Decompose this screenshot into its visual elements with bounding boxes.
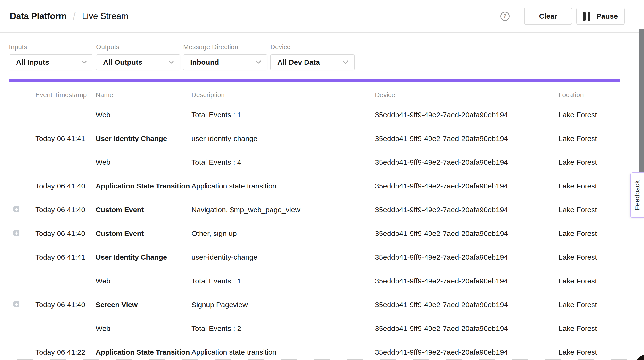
outputs-select-value: All Outputs [103, 58, 142, 66]
table-row[interactable]: Web Total Events : 1 35eddb41-9ff9-49e2-… [0, 103, 644, 127]
table-row[interactable]: Today 06:41:40 Screen View Signup Pagevi… [0, 293, 644, 317]
cell-expand [0, 135, 36, 143]
pause-icon [583, 12, 590, 21]
cell-name: Screen View [96, 301, 192, 309]
chevron-down-icon [342, 58, 348, 64]
cell-location: Lake Forest [558, 135, 644, 143]
table-row[interactable]: Web Total Events : 1 35eddb41-9ff9-49e2-… [0, 269, 644, 293]
cell-name: User Identity Change [96, 135, 192, 143]
top-bar: Data Platform / Live Stream ? Clear Paus… [0, 0, 644, 33]
cell-description: Total Events : 1 [192, 277, 375, 285]
cell-location: Lake Forest [558, 229, 644, 238]
event-table-header: Event Timestamp Name Description Device … [0, 87, 644, 103]
cell-expand [0, 277, 36, 285]
cell-device: 35eddb41-9ff9-49e2-7aed-20afa90eb194 [375, 277, 558, 285]
help-icon[interactable]: ? [500, 12, 510, 21]
table-row[interactable]: Today 06:41:40 Custom Event Other, sign … [0, 222, 644, 245]
cell-name: Custom Event [96, 229, 192, 238]
cell-name: Custom Event [96, 206, 192, 214]
cell-description: Navigation, $mp_web_page_view [192, 206, 375, 214]
feedback-tab[interactable]: Feedback [630, 173, 644, 218]
cell-device: 35eddb41-9ff9-49e2-7aed-20afa90eb194 [375, 135, 558, 143]
batch-separator-line [6, 359, 644, 360]
message-direction-select[interactable]: Inbound [183, 54, 268, 70]
cell-location: Lake Forest [558, 348, 644, 356]
cell-location: Lake Forest [558, 324, 644, 333]
table-row[interactable]: Today 06:41:40 Custom Event Navigation, … [0, 198, 644, 222]
cell-location: Lake Forest [558, 158, 644, 167]
cell-name: Application State Transition [96, 182, 192, 190]
cell-timestamp: Today 06:41:41 [36, 253, 96, 261]
feedback-tab-label: Feedback [634, 180, 641, 210]
device-select[interactable]: All Dev Data [270, 54, 354, 70]
cell-name: Web [96, 158, 192, 167]
cell-expand [0, 229, 36, 238]
cell-description: Total Events : 1 [192, 111, 375, 119]
chevron-down-icon [81, 58, 87, 64]
filter-device: Device All Dev Data [270, 43, 354, 70]
pause-button-label: Pause [596, 12, 618, 20]
cell-description: Total Events : 4 [192, 158, 375, 167]
top-actions: ? Clear Pause [500, 7, 624, 25]
outputs-select[interactable]: All Outputs [96, 54, 180, 70]
cell-expand [0, 324, 36, 333]
device-select-value: All Dev Data [277, 58, 320, 66]
cell-device: 35eddb41-9ff9-49e2-7aed-20afa90eb194 [375, 229, 558, 238]
chevron-down-icon [168, 58, 174, 64]
filter-inputs-label: Inputs [9, 43, 93, 51]
cell-name: Web [96, 111, 192, 119]
cell-device: 35eddb41-9ff9-49e2-7aed-20afa90eb194 [375, 111, 558, 119]
cell-timestamp: Today 06:41:40 [36, 182, 96, 190]
cell-expand [0, 206, 36, 214]
cell-device: 35eddb41-9ff9-49e2-7aed-20afa90eb194 [375, 182, 558, 190]
filter-message-direction-label: Message Direction [183, 43, 268, 51]
chevron-down-icon [255, 58, 261, 64]
breadcrumb-data-platform[interactable]: Data Platform [10, 11, 66, 21]
cell-expand [0, 182, 36, 190]
cell-description: Other, sign up [192, 229, 375, 238]
cell-description: Signup Pageview [192, 301, 375, 309]
table-row[interactable]: Today 06:41:41 User Identity Change user… [0, 127, 644, 151]
cell-location: Lake Forest [558, 301, 644, 309]
column-header-location: Location [558, 91, 644, 99]
cell-device: 35eddb41-9ff9-49e2-7aed-20afa90eb194 [375, 158, 558, 167]
column-header-name: Name [96, 91, 192, 99]
cell-timestamp: Today 06:41:41 [36, 135, 96, 143]
event-table: Event Timestamp Name Description Device … [0, 87, 644, 360]
cell-description: Application state transition [192, 182, 375, 190]
page-title: Live Stream [82, 11, 128, 21]
cell-description: Application state transition [192, 348, 375, 356]
cell-timestamp: Today 06:41:22 [36, 348, 96, 356]
table-row[interactable]: Today 06:41:41 User Identity Change user… [0, 245, 644, 269]
cell-timestamp: Today 06:41:40 [36, 206, 96, 214]
message-direction-select-value: Inbound [190, 58, 219, 66]
cell-timestamp: Today 06:41:40 [36, 229, 96, 238]
clear-button[interactable]: Clear [524, 7, 572, 25]
cell-device: 35eddb41-9ff9-49e2-7aed-20afa90eb194 [375, 324, 558, 333]
pause-button[interactable]: Pause [576, 7, 624, 25]
cell-timestamp: Today 06:41:40 [36, 301, 96, 309]
cell-location: Lake Forest [558, 253, 644, 261]
filter-outputs: Outputs All Outputs [96, 43, 180, 70]
table-row[interactable]: Today 06:41:40 Application State Transit… [0, 174, 644, 198]
cell-description: user-identity-change [192, 253, 375, 261]
inputs-select[interactable]: All Inputs [9, 54, 93, 70]
inputs-select-value: All Inputs [16, 58, 49, 66]
expand-button[interactable] [13, 206, 20, 212]
table-row[interactable]: Web Total Events : 4 35eddb41-9ff9-49e2-… [0, 151, 644, 174]
column-header-description: Description [192, 91, 375, 99]
cell-name: User Identity Change [96, 253, 192, 261]
table-row[interactable]: Web Total Events : 2 35eddb41-9ff9-49e2-… [0, 317, 644, 340]
filter-bar: Inputs All Inputs Outputs All Outputs Me… [0, 33, 644, 70]
cell-expand [0, 253, 36, 261]
cell-name: Application State Transition [96, 348, 192, 356]
cell-expand [0, 348, 36, 356]
vertical-scrollbar[interactable] [639, 29, 644, 172]
cell-device: 35eddb41-9ff9-49e2-7aed-20afa90eb194 [375, 253, 558, 261]
filter-message-direction: Message Direction Inbound [183, 43, 268, 70]
expand-button[interactable] [13, 301, 20, 307]
table-row[interactable]: Today 06:41:22 Application State Transit… [0, 340, 644, 360]
expand-button[interactable] [13, 230, 20, 236]
filter-inputs: Inputs All Inputs [9, 43, 93, 70]
filter-outputs-label: Outputs [96, 43, 180, 51]
